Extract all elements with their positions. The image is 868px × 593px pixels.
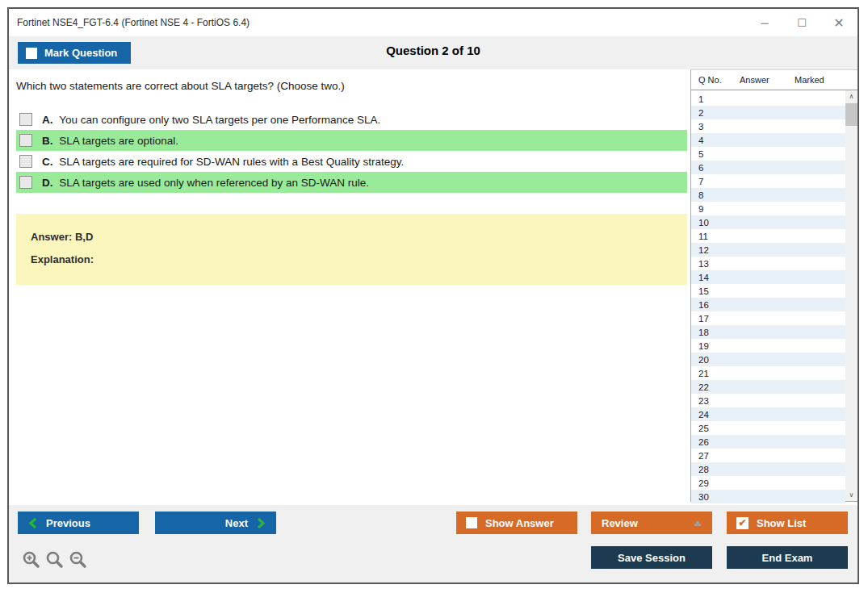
qno-cell: 27 [691,451,740,461]
question-list-row[interactable]: 9 [691,202,845,215]
question-list-row[interactable]: 8 [691,188,845,202]
question-list-row[interactable]: 5 [691,147,845,161]
previous-button[interactable]: Previous [18,512,139,534]
question-text: Which two statements are correct about S… [16,78,690,94]
question-list-row[interactable]: 7 [691,174,845,188]
qno-cell: 30 [691,492,740,502]
dropdown-up-icon [694,520,702,526]
show-answer-checkbox-icon[interactable] [466,517,477,528]
qno-cell: 19 [691,341,740,351]
question-list-row[interactable]: 20 [691,353,845,366]
question-list-row[interactable]: 24 [691,407,845,421]
question-list-row[interactable]: 16 [691,298,845,311]
qno-cell: 14 [691,273,740,282]
question-list-row[interactable]: 18 [691,325,845,339]
question-list-row[interactable]: 1 [691,92,845,106]
qno-cell: 4 [691,136,740,145]
show-list-checkbox-icon[interactable]: ✔ [736,517,748,529]
question-list-row[interactable]: 15 [691,284,845,298]
question-list-row[interactable]: 27 [691,449,845,462]
question-counter: Question 2 of 10 [9,44,858,57]
option-checkbox[interactable] [19,155,32,168]
option-checkbox[interactable] [19,134,32,147]
option-letter: A. [42,114,56,126]
scroll-up-icon[interactable]: ∧ [845,90,858,102]
window-title: Fortinet NSE4_FGT-6.4 (Fortinet NSE 4 - … [9,17,746,28]
minimize-icon[interactable]: ─ [746,9,783,36]
options-list: A. You can configure only two SLA target… [16,109,687,193]
question-list-row[interactable]: 6 [691,161,845,174]
question-list-row[interactable]: 22 [691,380,845,394]
question-list-row[interactable]: 23 [691,394,845,407]
question-list-row[interactable]: 29 [691,476,845,490]
footer-bar: Previous Next Show Answer Review ✔ Show … [9,505,858,583]
chevron-left-icon [28,517,37,529]
question-list-row[interactable]: 28 [691,462,845,476]
question-list-row[interactable]: 19 [691,339,845,353]
answer-label: Answer: B,D [31,231,687,243]
show-list-label: Show List [757,517,806,529]
option-letter: C. [42,156,56,168]
save-session-label: Save Session [618,552,686,564]
qno-cell: 13 [691,259,740,269]
question-list-row[interactable]: 12 [691,243,845,257]
maximize-icon[interactable]: ☐ [783,9,820,36]
question-list-row[interactable]: 10 [691,215,845,229]
zoom-reset-icon[interactable] [45,550,65,570]
question-list-row[interactable]: 2 [691,106,845,119]
answer-option[interactable]: C. SLA targets are required for SD-WAN r… [16,151,687,172]
option-checkbox[interactable] [19,176,32,189]
vertical-scrollbar[interactable]: ∧ ∨ [845,90,858,501]
option-text: You can configure only two SLA targets p… [59,114,380,126]
option-checkbox[interactable] [19,113,32,126]
qno-cell: 6 [691,163,740,173]
qno-cell: 21 [691,369,740,378]
column-header-answer: Answer [740,75,795,85]
review-label: Review [602,517,638,529]
question-list-row[interactable]: 30 [691,490,845,503]
option-letter: B. [42,135,56,147]
qno-cell: 16 [691,300,740,310]
question-list-panel: Q No. Answer Marked 1 2 3 4 5 6 [690,69,858,502]
question-area: Which two statements are correct about S… [9,69,690,505]
explanation-label: Explanation: [31,253,687,265]
question-list-row[interactable]: 3 [691,119,845,133]
qno-cell: 15 [691,286,740,296]
show-list-button[interactable]: ✔ Show List [727,512,848,534]
exam-player-window: Fortinet NSE4_FGT-6.4 (Fortinet NSE 4 - … [7,7,859,584]
qno-cell: 5 [691,149,740,159]
question-list-row[interactable]: 17 [691,311,845,325]
zoom-out-icon[interactable] [69,550,88,570]
option-text: SLA targets are optional. [59,135,178,147]
question-list-row[interactable]: 26 [691,435,845,449]
answer-option[interactable]: A. You can configure only two SLA target… [16,109,687,130]
question-list-row[interactable]: 14 [691,270,845,284]
qno-cell: 12 [691,245,740,255]
question-list-row[interactable]: 21 [691,366,845,380]
save-session-button[interactable]: Save Session [591,546,712,569]
question-list-row[interactable]: 13 [691,257,845,270]
next-label: Next [225,517,248,529]
zoom-in-icon[interactable] [22,550,41,570]
qno-cell: 20 [691,355,740,365]
scrollbar-thumb[interactable] [845,103,858,126]
show-answer-button[interactable]: Show Answer [456,512,577,534]
close-icon[interactable]: ✕ [820,9,858,36]
title-bar: Fortinet NSE4_FGT-6.4 (Fortinet NSE 4 - … [9,9,858,36]
answer-option[interactable]: B. SLA targets are optional. [16,130,687,151]
review-button[interactable]: Review [591,512,712,534]
chevron-right-icon [257,517,266,529]
answer-option[interactable]: D. SLA targets are used only when refere… [16,172,687,193]
end-exam-button[interactable]: End Exam [727,546,848,569]
qno-cell: 8 [691,190,740,200]
question-list-row[interactable]: 25 [691,421,845,435]
question-list-row[interactable]: 4 [691,133,845,147]
next-button[interactable]: Next [155,512,276,534]
scroll-down-icon[interactable]: ∨ [845,489,858,501]
qno-cell: 28 [691,465,740,474]
qno-cell: 26 [691,437,740,447]
show-answer-label: Show Answer [485,517,554,529]
question-list-row[interactable]: 11 [691,229,845,243]
qno-cell: 23 [691,396,740,406]
question-list-rows: 1 2 3 4 5 6 7 8 9 [691,92,845,501]
